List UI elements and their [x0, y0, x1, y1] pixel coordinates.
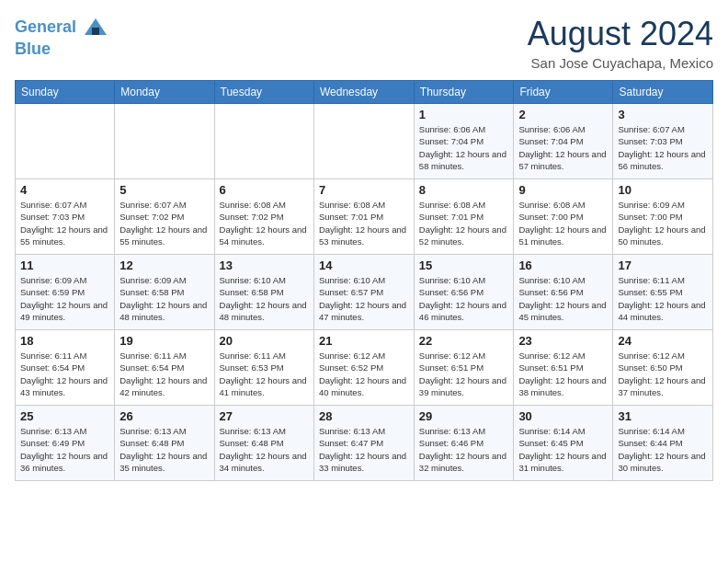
- calendar-cell: 29Sunrise: 6:13 AMSunset: 6:46 PMDayligh…: [414, 406, 514, 481]
- calendar-week-row: 4Sunrise: 6:07 AMSunset: 7:03 PMDaylight…: [16, 179, 713, 255]
- calendar-cell: 9Sunrise: 6:08 AMSunset: 7:00 PMDaylight…: [514, 179, 613, 255]
- day-number: 24: [618, 334, 708, 348]
- day-number: 21: [319, 334, 409, 348]
- day-number: 25: [20, 409, 109, 423]
- day-number: 14: [319, 259, 409, 272]
- calendar-cell: 28Sunrise: 6:13 AMSunset: 6:47 PMDayligh…: [313, 406, 414, 481]
- header-sunday: Sunday: [16, 81, 115, 104]
- cell-info: Sunrise: 6:10 AMSunset: 6:56 PMDaylight:…: [419, 274, 509, 323]
- day-number: 1: [419, 108, 509, 121]
- cell-info: Sunrise: 6:08 AMSunset: 7:02 PMDaylight:…: [220, 199, 309, 247]
- calendar-cell: [313, 104, 414, 179]
- day-number: 12: [119, 259, 209, 272]
- header-wednesday: Wednesday: [313, 81, 414, 104]
- calendar-cell: 31Sunrise: 6:14 AMSunset: 6:44 PMDayligh…: [613, 406, 713, 481]
- calendar-cell: 23Sunrise: 6:12 AMSunset: 6:51 PMDayligh…: [514, 330, 613, 406]
- day-number: 31: [618, 409, 708, 423]
- logo-blue: Blue: [15, 40, 108, 59]
- cell-info: Sunrise: 6:12 AMSunset: 6:50 PMDaylight:…: [618, 350, 708, 398]
- cell-info: Sunrise: 6:07 AMSunset: 7:03 PMDaylight:…: [20, 199, 109, 247]
- day-number: 26: [119, 409, 209, 423]
- calendar-cell: 11Sunrise: 6:09 AMSunset: 6:59 PMDayligh…: [16, 255, 115, 330]
- day-number: 10: [618, 183, 708, 197]
- cell-info: Sunrise: 6:13 AMSunset: 6:47 PMDaylight:…: [319, 425, 409, 474]
- cell-info: Sunrise: 6:08 AMSunset: 7:00 PMDaylight:…: [518, 199, 608, 247]
- cell-info: Sunrise: 6:12 AMSunset: 6:51 PMDaylight:…: [518, 350, 608, 398]
- cell-info: Sunrise: 6:14 AMSunset: 6:45 PMDaylight:…: [518, 425, 608, 474]
- cell-info: Sunrise: 6:11 AMSunset: 6:53 PMDaylight:…: [220, 350, 309, 398]
- calendar-cell: 26Sunrise: 6:13 AMSunset: 6:48 PMDayligh…: [115, 406, 214, 481]
- cell-info: Sunrise: 6:09 AMSunset: 7:00 PMDaylight:…: [618, 199, 708, 247]
- day-number: 23: [518, 334, 608, 348]
- calendar-cell: 2Sunrise: 6:06 AMSunset: 7:04 PMDaylight…: [514, 104, 613, 179]
- day-number: 9: [518, 183, 608, 197]
- calendar-cell: [214, 104, 313, 179]
- calendar-week-row: 25Sunrise: 6:13 AMSunset: 6:49 PMDayligh…: [16, 406, 713, 481]
- day-number: 2: [518, 108, 608, 121]
- day-number: 7: [319, 183, 409, 197]
- cell-info: Sunrise: 6:11 AMSunset: 6:54 PMDaylight:…: [20, 350, 109, 398]
- day-number: 18: [20, 334, 109, 348]
- header-thursday: Thursday: [414, 81, 514, 104]
- calendar-week-row: 1Sunrise: 6:06 AMSunset: 7:04 PMDaylight…: [16, 104, 713, 179]
- calendar-header-row: SundayMondayTuesdayWednesdayThursdayFrid…: [16, 81, 713, 104]
- calendar-cell: 7Sunrise: 6:08 AMSunset: 7:01 PMDaylight…: [313, 179, 414, 255]
- day-number: 4: [20, 183, 109, 197]
- day-number: 8: [419, 183, 509, 197]
- day-number: 27: [220, 409, 309, 423]
- calendar-cell: 8Sunrise: 6:08 AMSunset: 7:01 PMDaylight…: [414, 179, 514, 255]
- calendar-cell: 18Sunrise: 6:11 AMSunset: 6:54 PMDayligh…: [16, 330, 115, 406]
- calendar-cell: 19Sunrise: 6:11 AMSunset: 6:54 PMDayligh…: [115, 330, 214, 406]
- cell-info: Sunrise: 6:10 AMSunset: 6:56 PMDaylight:…: [518, 274, 608, 323]
- cell-info: Sunrise: 6:06 AMSunset: 7:04 PMDaylight:…: [518, 123, 608, 172]
- day-number: 5: [119, 183, 209, 197]
- month-year-title: August 2024: [528, 15, 713, 53]
- day-number: 15: [419, 259, 509, 272]
- day-number: 22: [419, 334, 509, 348]
- calendar-cell: 24Sunrise: 6:12 AMSunset: 6:50 PMDayligh…: [613, 330, 713, 406]
- calendar-week-row: 18Sunrise: 6:11 AMSunset: 6:54 PMDayligh…: [16, 330, 713, 406]
- cell-info: Sunrise: 6:08 AMSunset: 7:01 PMDaylight:…: [319, 199, 409, 247]
- calendar-cell: 21Sunrise: 6:12 AMSunset: 6:52 PMDayligh…: [313, 330, 414, 406]
- calendar-cell: 25Sunrise: 6:13 AMSunset: 6:49 PMDayligh…: [16, 406, 115, 481]
- title-area: August 2024 San Jose Cuyachapa, Mexico: [528, 15, 713, 71]
- day-number: 17: [618, 259, 708, 272]
- day-number: 29: [419, 409, 509, 423]
- cell-info: Sunrise: 6:13 AMSunset: 6:48 PMDaylight:…: [220, 425, 309, 474]
- cell-info: Sunrise: 6:08 AMSunset: 7:01 PMDaylight:…: [419, 199, 509, 247]
- calendar-cell: 22Sunrise: 6:12 AMSunset: 6:51 PMDayligh…: [414, 330, 514, 406]
- day-number: 20: [220, 334, 309, 348]
- calendar-week-row: 11Sunrise: 6:09 AMSunset: 6:59 PMDayligh…: [16, 255, 713, 330]
- cell-info: Sunrise: 6:06 AMSunset: 7:04 PMDaylight:…: [419, 123, 509, 172]
- calendar-cell: 10Sunrise: 6:09 AMSunset: 7:00 PMDayligh…: [613, 179, 713, 255]
- cell-info: Sunrise: 6:07 AMSunset: 7:03 PMDaylight:…: [618, 123, 708, 172]
- calendar-cell: [16, 104, 115, 179]
- calendar-cell: 17Sunrise: 6:11 AMSunset: 6:55 PMDayligh…: [613, 255, 713, 330]
- calendar-cell: 12Sunrise: 6:09 AMSunset: 6:58 PMDayligh…: [115, 255, 214, 330]
- svg-rect-1: [92, 28, 99, 35]
- day-number: 16: [518, 259, 608, 272]
- day-number: 13: [220, 259, 309, 272]
- calendar-cell: 16Sunrise: 6:10 AMSunset: 6:56 PMDayligh…: [514, 255, 613, 330]
- header-saturday: Saturday: [613, 81, 713, 104]
- calendar-cell: 14Sunrise: 6:10 AMSunset: 6:57 PMDayligh…: [313, 255, 414, 330]
- cell-info: Sunrise: 6:13 AMSunset: 6:48 PMDaylight:…: [119, 425, 209, 474]
- cell-info: Sunrise: 6:13 AMSunset: 6:49 PMDaylight:…: [20, 425, 109, 474]
- calendar-cell: 3Sunrise: 6:07 AMSunset: 7:03 PMDaylight…: [613, 104, 713, 179]
- calendar-cell: 27Sunrise: 6:13 AMSunset: 6:48 PMDayligh…: [214, 406, 313, 481]
- logo-text: General: [15, 15, 108, 40]
- cell-info: Sunrise: 6:14 AMSunset: 6:44 PMDaylight:…: [618, 425, 708, 474]
- header-tuesday: Tuesday: [214, 81, 313, 104]
- cell-info: Sunrise: 6:10 AMSunset: 6:58 PMDaylight:…: [220, 274, 309, 323]
- calendar-cell: 15Sunrise: 6:10 AMSunset: 6:56 PMDayligh…: [414, 255, 514, 330]
- calendar-cell: 30Sunrise: 6:14 AMSunset: 6:45 PMDayligh…: [514, 406, 613, 481]
- calendar-cell: 13Sunrise: 6:10 AMSunset: 6:58 PMDayligh…: [214, 255, 313, 330]
- day-number: 3: [618, 108, 708, 121]
- day-number: 30: [518, 409, 608, 423]
- logo: General Blue: [15, 15, 108, 59]
- cell-info: Sunrise: 6:09 AMSunset: 6:58 PMDaylight:…: [119, 274, 209, 323]
- calendar-cell: 20Sunrise: 6:11 AMSunset: 6:53 PMDayligh…: [214, 330, 313, 406]
- day-number: 11: [20, 259, 109, 272]
- day-number: 28: [319, 409, 409, 423]
- cell-info: Sunrise: 6:13 AMSunset: 6:46 PMDaylight:…: [419, 425, 509, 474]
